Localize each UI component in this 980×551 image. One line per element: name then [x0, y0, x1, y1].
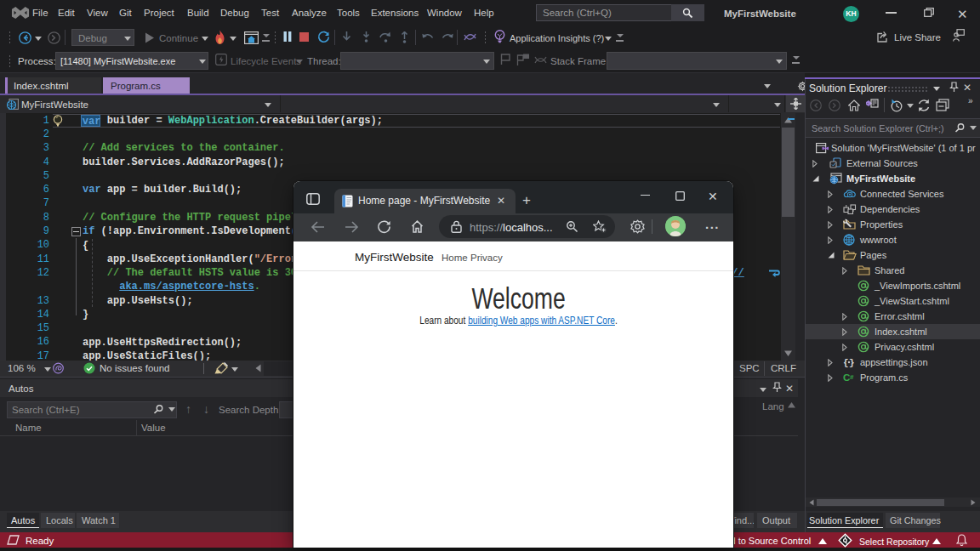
- svg-text:{: {: [843, 358, 849, 368]
- svg-text:}: }: [849, 358, 855, 368]
- svg-text:#: #: [850, 373, 854, 381]
